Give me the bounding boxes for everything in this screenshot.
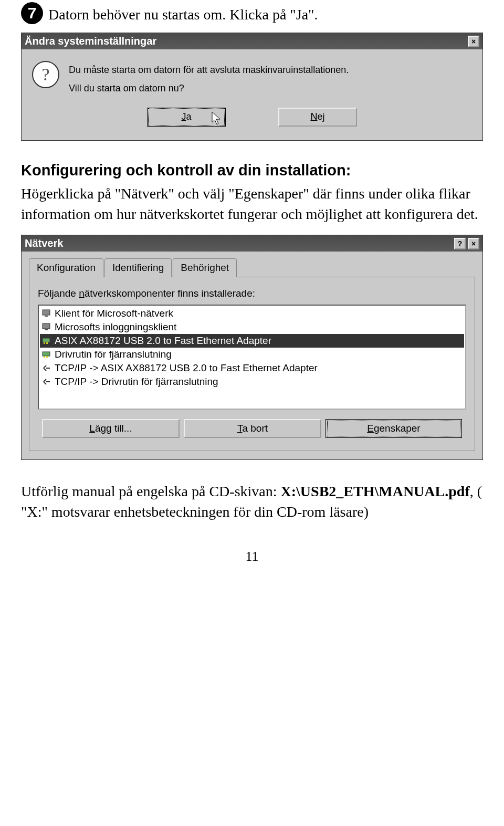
dialog-title: Ändra systeminställningar — [25, 35, 156, 47]
configuration-panel: Följande nätverkskomponenter finns insta… — [29, 277, 475, 451]
proto-icon — [42, 364, 51, 372]
tab-strip: Konfiguration Identifiering Behörighet — [29, 258, 475, 277]
network-dialog: Nätverk ? × Konfiguration Identifiering … — [21, 235, 483, 460]
close-icon[interactable]: × — [468, 238, 479, 249]
section-body: Högerklicka på "Nätverk" och välj "Egens… — [21, 183, 483, 224]
svg-rect-3 — [45, 329, 48, 330]
cursor-icon — [211, 111, 222, 126]
proto-icon — [42, 378, 51, 386]
properties-button-label: Egenskaper — [367, 423, 420, 434]
monitor-icon — [42, 309, 51, 318]
nic-icon — [42, 337, 51, 345]
list-item-label: Klient för Microsoft-nätverk — [55, 308, 173, 319]
components-listbox[interactable]: Klient för Microsoft-nätverkMicrosofts i… — [38, 305, 466, 410]
remove-button-label: Ta bort — [237, 423, 268, 434]
network-dialog-title: Nätverk — [25, 237, 63, 249]
tab-access[interactable]: Behörighet — [173, 258, 237, 277]
dialog-message-line1: Du måste starta om datorn för att avslut… — [69, 61, 349, 79]
list-item[interactable]: TCP/IP -> ASIX AX88172 USB 2.0 to Fast E… — [40, 361, 464, 375]
svg-rect-6 — [46, 342, 48, 344]
svg-rect-4 — [43, 338, 50, 342]
list-item[interactable]: Klient för Microsoft-nätverk — [40, 307, 464, 320]
svg-rect-0 — [43, 310, 50, 315]
help-icon[interactable]: ? — [454, 238, 466, 249]
svg-rect-8 — [44, 356, 45, 358]
close-icon[interactable]: × — [468, 36, 479, 47]
step-instruction-text: Datorn behöver nu startas om. Klicka på … — [48, 5, 318, 24]
dialog-message-line2: Vill du starta om datorn nu? — [69, 79, 349, 97]
list-item-label: TCP/IP -> ASIX AX88172 USB 2.0 to Fast E… — [55, 362, 318, 374]
page-number: 11 — [21, 549, 483, 564]
list-item-label: ASIX AX88172 USB 2.0 to Fast Ethernet Ad… — [55, 335, 271, 347]
section-heading: Konfigurering och kontroll av din instal… — [21, 162, 483, 179]
list-item-label: TCP/IP -> Drivrutin för fjärranslutning — [55, 376, 218, 388]
add-button[interactable]: Lägg till... — [42, 419, 180, 438]
dialog-message-text: Du måste starta om datorn för att avslut… — [69, 61, 349, 97]
list-item[interactable]: Microsofts inloggningsklient — [40, 320, 464, 334]
remove-button[interactable]: Ta bort — [184, 419, 321, 438]
question-icon: ? — [32, 61, 59, 88]
tab-identification[interactable]: Identifiering — [104, 258, 172, 277]
installed-components-label: Följande nätverkskomponenter finns insta… — [38, 288, 255, 299]
no-button[interactable]: Nej — [278, 108, 357, 127]
list-item-label: Microsofts inloggningsklient — [55, 321, 176, 333]
tab-configuration[interactable]: Konfiguration — [29, 258, 103, 277]
manual-footnote: Utförlig manual på engelska på CD-skivan… — [21, 481, 483, 522]
svg-rect-5 — [44, 342, 45, 344]
list-item[interactable]: ASIX AX88172 USB 2.0 to Fast Ethernet Ad… — [40, 334, 464, 348]
list-item[interactable]: TCP/IP -> Drivrutin för fjärranslutning — [40, 375, 464, 389]
nic-icon — [42, 350, 51, 359]
add-button-label: Lägg till... — [89, 423, 132, 434]
svg-rect-2 — [43, 323, 50, 329]
list-item[interactable]: Drivrutin för fjärranslutning — [40, 348, 464, 361]
dialog-titlebar: Ändra systeminställningar × — [22, 33, 482, 49]
list-item-label: Drivrutin för fjärranslutning — [55, 349, 172, 360]
step-number-badge: 7 — [21, 2, 43, 24]
svg-rect-1 — [45, 316, 48, 317]
svg-rect-7 — [43, 352, 50, 356]
restart-dialog: Ändra systeminställningar × ? Du måste s… — [21, 33, 483, 140]
network-dialog-titlebar: Nätverk ? × — [22, 235, 482, 252]
yes-button-label: Ja — [181, 111, 191, 122]
monitor-icon — [42, 323, 51, 331]
svg-rect-9 — [46, 356, 48, 358]
properties-button[interactable]: Egenskaper — [326, 419, 462, 438]
no-button-label: Nej — [310, 111, 324, 122]
